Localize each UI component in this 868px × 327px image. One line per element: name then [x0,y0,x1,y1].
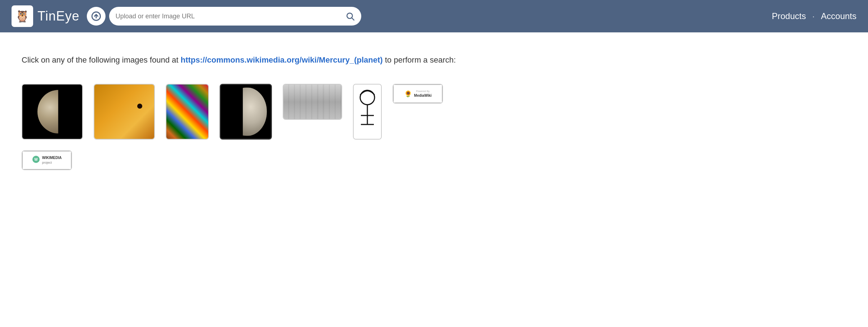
image-thumb-2[interactable] [94,84,155,140]
logo-icon: 🦉 [12,5,33,27]
images-grid-row2: W WIKIMEDIA project [22,150,846,170]
logo-text: TinEye [37,9,80,24]
image-thumb-3[interactable] [166,84,209,140]
image-thumb-8[interactable]: W WIKIMEDIA project [22,150,72,170]
svg-line-3 [352,18,354,20]
mediawiki-text: Powered By MediaWiki [414,90,432,97]
wikimedia-text: WIKIMEDIA project [42,155,62,165]
image-thumb-7[interactable]: 🌻 Powered By MediaWiki [393,84,443,104]
main-content: Click on any of the following images fou… [0,32,868,185]
gray-surface-image [283,85,341,119]
wikimedia-badge: W WIKIMEDIA project [22,151,71,169]
search-button[interactable] [345,12,355,21]
instructions-prefix: Click on any of the following images fou… [22,55,180,64]
mediawiki-badge: 🌻 Powered By MediaWiki [393,85,442,103]
image-thumb-6[interactable] [353,84,382,140]
wikimedia-icon: W [32,155,40,165]
source-url[interactable]: https://commons.wikimedia.org/wiki/Mercu… [180,55,382,64]
dark-moon-image [221,85,271,138]
header: 🦉 TinEye Products · Accounts [0,0,868,32]
accounts-link[interactable]: Accounts [821,11,856,21]
images-grid-row1: 🌻 Powered By MediaWiki [22,84,846,140]
svg-text:W: W [34,158,38,162]
image-thumb-4[interactable] [220,84,272,140]
nav-separator: · [813,12,815,21]
instructions-suffix: to perform a search: [383,55,456,64]
moon-image [22,85,82,139]
search-input[interactable] [116,13,345,20]
mediawiki-icon: 🌻 [404,90,412,98]
logo-area: 🦉 TinEye [12,5,80,27]
mineral-map-image [166,85,208,139]
image-thumb-1[interactable] [22,84,83,140]
sun-transit-image [94,85,154,139]
search-bar [109,7,361,26]
upload-button[interactable] [87,7,106,26]
instructions-text: Click on any of the following images fou… [22,54,846,66]
nav-links: Products · Accounts [772,11,856,21]
mercury-symbol-image [354,85,381,139]
image-thumb-5[interactable] [283,84,342,120]
products-link[interactable]: Products [772,11,806,21]
